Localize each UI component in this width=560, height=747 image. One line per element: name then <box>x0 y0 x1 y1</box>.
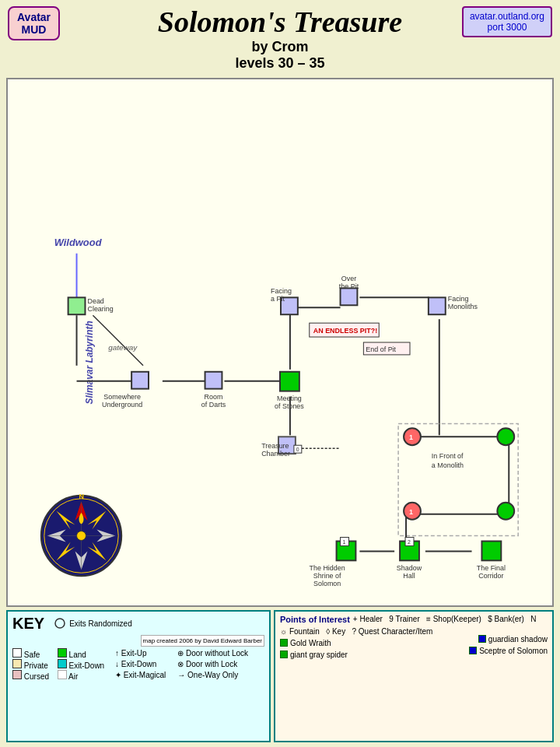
svg-rect-27 <box>131 372 149 389</box>
labyrinth-label: Slimavar Labyrinth <box>84 321 95 404</box>
server-line1: avatar.outland.org <box>470 11 544 22</box>
svg-text:The Hidden: The Hidden <box>310 564 345 572</box>
svg-text:Corridor: Corridor <box>478 572 503 580</box>
svg-text:Underground: Underground <box>102 400 142 408</box>
by-line: by Crom <box>0 39 560 55</box>
svg-rect-42 <box>429 297 446 314</box>
map-svg: Wildwood Slimavar Labyrinth gateway <box>8 79 552 605</box>
svg-text:Over: Over <box>341 275 356 282</box>
svg-text:Facing: Facing <box>448 295 469 303</box>
svg-text:Monoliths: Monoliths <box>448 303 478 310</box>
svg-rect-24 <box>68 297 86 314</box>
svg-text:0: 0 <box>296 447 299 452</box>
svg-text:Treasure: Treasure <box>261 442 289 450</box>
svg-text:Dead: Dead <box>87 297 103 305</box>
svg-rect-69 <box>481 541 501 560</box>
exits-randomized: Exits Randomized <box>54 617 132 630</box>
svg-text:Chamber: Chamber <box>261 450 290 458</box>
svg-text:Meeting: Meeting <box>277 394 302 402</box>
map-credit: map created 2006 by David Edward Barber <box>141 635 264 647</box>
svg-text:Facing: Facing <box>271 287 292 295</box>
svg-text:Solomon: Solomon <box>313 580 341 587</box>
levels-line: levels 30 – 35 <box>0 55 560 72</box>
svg-rect-30 <box>205 372 222 389</box>
svg-rect-39 <box>341 288 358 305</box>
svg-text:The Final: The Final <box>477 564 506 572</box>
points-of-interest-box: Points of Interest + Healer 9 Trainer ≡ … <box>274 610 554 742</box>
wildwood-label: Wildwood <box>54 237 103 248</box>
avatar-badge-line1: Avatar <box>17 11 51 23</box>
map-container: Wildwood Slimavar Labyrinth gateway <box>6 78 554 607</box>
svg-point-55 <box>497 503 514 520</box>
server-line2: port 3000 <box>488 22 527 33</box>
svg-text:of Stones: of Stones <box>275 402 304 409</box>
key-box: KEY Exits Randomized map created 2006 by… <box>6 610 271 742</box>
avatar-badge-line2: MUD <box>22 23 47 36</box>
svg-text:Clearing: Clearing <box>87 305 113 313</box>
svg-text:a Monolith: a Monolith <box>432 461 464 469</box>
svg-text:AN ENDLESS PIT?!: AN ENDLESS PIT?! <box>313 327 377 335</box>
svg-text:N: N <box>79 493 84 500</box>
page-header: Avatar MUD Solomon's Treasure by Crom le… <box>0 0 560 75</box>
svg-text:a Pit: a Pit <box>271 295 285 303</box>
footer: KEY Exits Randomized map created 2006 by… <box>6 610 554 742</box>
svg-text:Hall: Hall <box>403 572 415 580</box>
gateway-label: gateway <box>108 343 138 352</box>
server-badge: avatar.outland.org port 3000 <box>462 6 552 37</box>
svg-point-52 <box>497 428 514 445</box>
mob-item-sceptre: Sceptre of Solomon <box>469 647 548 655</box>
svg-text:End of Pit: End of Pit <box>366 345 396 353</box>
svg-text:1: 1 <box>409 507 413 515</box>
svg-point-87 <box>55 619 65 628</box>
svg-text:Somewhere: Somewhere <box>103 392 141 400</box>
svg-text:Shadow: Shadow <box>397 564 422 572</box>
svg-text:2: 2 <box>408 539 411 545</box>
svg-point-85 <box>77 531 86 540</box>
svg-text:Shrine of: Shrine of <box>313 572 341 580</box>
svg-text:of Darts: of Darts <box>201 400 226 408</box>
mob-item-guardian-shadow: guardian shadow <box>478 635 548 644</box>
svg-text:1: 1 <box>409 433 413 441</box>
key-title: KEY <box>12 615 44 633</box>
svg-text:the Pit: the Pit <box>339 282 359 290</box>
svg-text:1: 1 <box>343 539 346 545</box>
svg-text:Room: Room <box>205 392 223 400</box>
svg-text:In Front of: In Front of <box>432 452 464 460</box>
points-title: Points of Interest <box>280 615 350 624</box>
avatar-badge: Avatar MUD <box>8 6 60 40</box>
svg-rect-33 <box>280 372 299 391</box>
